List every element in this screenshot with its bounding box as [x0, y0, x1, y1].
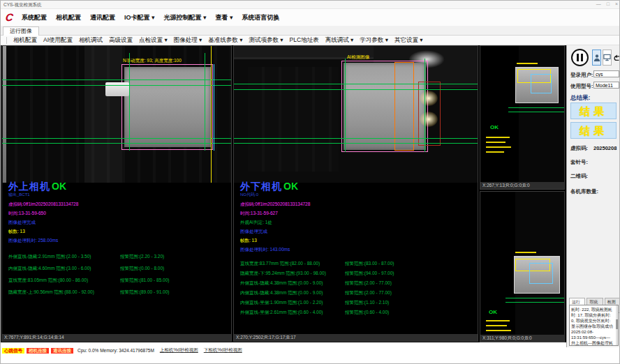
green-measure-line — [2, 138, 231, 139]
toolbar: 相机配置 AI使用配置 相机调试 高级设置 点检设置 ▾ 图像处理 ▾ 基准线参… — [1, 36, 620, 45]
barcode-line: 虚拟码:0ff1im20250208133134728 — [240, 202, 475, 208]
heartbeat-badge: 心跳信号 — [2, 348, 24, 354]
statusbar: 心跳信号 相机连接 通讯连接 Cpu: 0.0% Memory: 3424.41… — [1, 347, 620, 354]
tool-image-processing[interactable]: 图像处理 ▾ — [174, 36, 202, 45]
overlay-text-mark — [515, 252, 536, 253]
tool-plc-address[interactable]: PLC地址表 — [290, 36, 319, 45]
measure-row: 外侧直线-隐藏:4.38mm 范围:(0.00 - 9.00)报警范围:(2.0… — [240, 280, 475, 287]
needle-label: 套针号: — [570, 159, 588, 166]
camera-image-upper[interactable]: N手动宽度: 93; 高度宽度:100 — [2, 46, 231, 183]
measure-row: 内侧直线-隐藏:4.38mm 范围:(0.00 - 9.00)报警范围:(2.0… — [240, 290, 475, 296]
pause-button[interactable] — [571, 49, 589, 66]
virtual-code-value: 20250208 — [593, 145, 617, 151]
overlay-text-mark — [517, 63, 538, 64]
tool-camera-debug[interactable]: 相机调试 — [79, 36, 103, 45]
lower-camera-snapshot-link[interactable]: 下相机%d秒检视图 — [204, 347, 242, 354]
overlay-text-mark — [486, 320, 510, 321]
process-done-line: 图像处理完成 — [240, 229, 475, 235]
app-window: CYS-视觉检测系统 — □ × C 系统配置 相机配置 通讯配置 IO卡配置 … — [0, 0, 620, 364]
green-measure-line — [505, 302, 564, 303]
control-sidebar: 登录用户: 使用型号: 总结果: 结果 结果 虚拟码: 20250208 套针号… — [566, 45, 620, 347]
thumb-panel-bottom: OK X:311;Y:980;R:0;G:0;B:0 — [480, 191, 565, 342]
menu-camera-config[interactable]: 相机配置 — [56, 13, 81, 22]
model-field[interactable] — [593, 82, 619, 89]
titlebar: CYS-视觉检测系统 — □ × — [1, 1, 620, 9]
metal-highlight — [420, 112, 438, 127]
overlay-text-mark — [486, 151, 504, 153]
result-box-top: 结果 — [570, 103, 617, 119]
tab-strip: 运行图像 — [1, 26, 620, 36]
tool-advanced-settings[interactable]: 高级设置 — [109, 36, 133, 45]
tab-run-image[interactable]: 运行图像 — [3, 26, 39, 36]
green-measure-line — [234, 84, 478, 84]
measure-row: 直线宽度:83.05mm 范围:(80.00 - 86.00)报警范围:(81.… — [8, 278, 229, 284]
maximize-button[interactable]: □ — [607, 1, 610, 6]
login-user-field[interactable] — [593, 70, 619, 77]
menu-view[interactable]: 查看 ▾ — [216, 13, 233, 22]
main-view: N手动宽度: 93; 高度宽度:100 外上相机OK 输出_BCT1 虚拟码:0… — [1, 45, 566, 342]
ai-roi-box-orange — [394, 62, 414, 151]
menu-language-switch[interactable]: 系统语言切换 — [242, 13, 280, 22]
model-label: 使用型号: — [570, 83, 593, 90]
process-done-line: 图像处理完成 — [8, 220, 229, 226]
qr-code-label: 二维码: — [570, 173, 588, 180]
result-console-upper: 外上相机OK 输出_BCT1 虚拟码:0ff1im202502081331347… — [8, 180, 229, 296]
time-line: 时间:13-31-59-650 — [8, 211, 229, 217]
menu-light-config[interactable]: 光源控制配置 ▾ — [164, 13, 207, 22]
upper-camera-snapshot-link[interactable]: 上相机%d秒检视图 — [160, 347, 198, 354]
tool-baseline-params[interactable]: 基准线参数 ▾ — [208, 36, 242, 45]
overlay-measure-label: N手动宽度: 93; 高度宽度:100 — [123, 58, 182, 64]
camera-image-lower[interactable]: AI检测图像 — [234, 46, 478, 183]
edge-strip — [3, 46, 6, 183]
log-output[interactable]: 耗时: 222, 瑕疵检测耗时: 17, 瑕疵分类耗时: 0, 瑕疵视觉分区耗时… — [569, 305, 619, 346]
metal-highlight — [420, 91, 438, 106]
thumb-image-bottom[interactable]: OK — [480, 192, 564, 336]
roi-box-cyan — [531, 74, 552, 93]
barcode-line: 虚拟码:0ff1im20250208133134728 — [8, 202, 229, 208]
cpu-memory-readout: Cpu: 0.0% Memory: 3424.41796875M — [78, 348, 154, 353]
close-button[interactable]: × — [615, 1, 618, 6]
camera-link-badge: 相机连接 — [27, 348, 49, 354]
monitor-icon — [603, 54, 611, 61]
return-arrow-icon — [613, 54, 620, 62]
menu-io-config[interactable]: IO卡配置 ▾ — [124, 13, 155, 22]
pixel-coords-bar: X:270;Y:2502;R:17;G:17;B:17 — [234, 334, 478, 341]
overlay-text-mark — [486, 146, 511, 148]
pixel-coords-bar: X:267;Y:13;R:0;G:0;B:0 — [480, 182, 564, 189]
monitor-button[interactable] — [603, 50, 612, 66]
overlay-text-mark — [486, 142, 505, 143]
tool-learning-params[interactable]: 学习参数 ▾ — [360, 36, 388, 45]
light-column — [84, 46, 122, 183]
time-line: 时间:13-31-59-627 — [240, 211, 475, 217]
green-measure-line — [2, 143, 231, 144]
tool-test-params[interactable]: 测试项参数 ▾ — [249, 36, 283, 45]
ok-status: OK — [283, 181, 298, 192]
menu-system-config[interactable]: 系统配置 — [22, 13, 47, 22]
elapsed-line: 图像处理耗时: 258.00ms — [8, 238, 229, 244]
measure-row: 内侧直线-隐藏:4.60mm 范围:(3.00 - 6.00)报警范围:(0.0… — [8, 266, 229, 272]
green-measure-line-v — [129, 53, 130, 151]
return-button[interactable] — [613, 50, 620, 66]
overlay-text-mark — [486, 137, 510, 138]
user-lock-button[interactable] — [592, 50, 601, 66]
green-measure-line — [2, 79, 231, 80]
green-measure-line — [508, 107, 564, 108]
menubar: C 系统配置 相机配置 通讯配置 IO卡配置 ▾ 光源控制配置 ▾ 查看 ▾ 系… — [1, 9, 620, 26]
tool-offline-debug[interactable]: 离线调试 ▾ — [325, 36, 354, 45]
virtual-code-label: 虚拟码: — [570, 145, 588, 152]
log-scrollbar[interactable] — [616, 305, 618, 345]
yellow-ref-line — [211, 46, 212, 183]
window-title: CYS-视觉检测系统 — [3, 2, 42, 8]
tool-ai-use-config[interactable]: AI使用配置 — [43, 36, 73, 45]
thumb-image-top[interactable]: OK — [480, 46, 564, 183]
minimize-button[interactable]: — — [596, 1, 601, 6]
tool-other-settings[interactable]: 其它设置 ▾ — [394, 36, 423, 45]
login-user-label: 登录用户: — [570, 72, 593, 79]
camera-panel-lower: AI检测图像 外下相机OK NG代码:0 虚拟码:0ff1im202502081… — [233, 45, 478, 342]
tool-spot-check[interactable]: 点检设置 ▾ — [139, 36, 168, 45]
overlay-text-mark — [486, 325, 507, 326]
connector-part — [105, 82, 129, 96]
tool-camera-config[interactable]: 相机配置 — [13, 36, 37, 45]
pixel-coords-bar: X:311;Y:980;R:0;G:0;B:0 — [480, 335, 564, 342]
menu-comm-config[interactable]: 通讯配置 — [90, 13, 115, 22]
